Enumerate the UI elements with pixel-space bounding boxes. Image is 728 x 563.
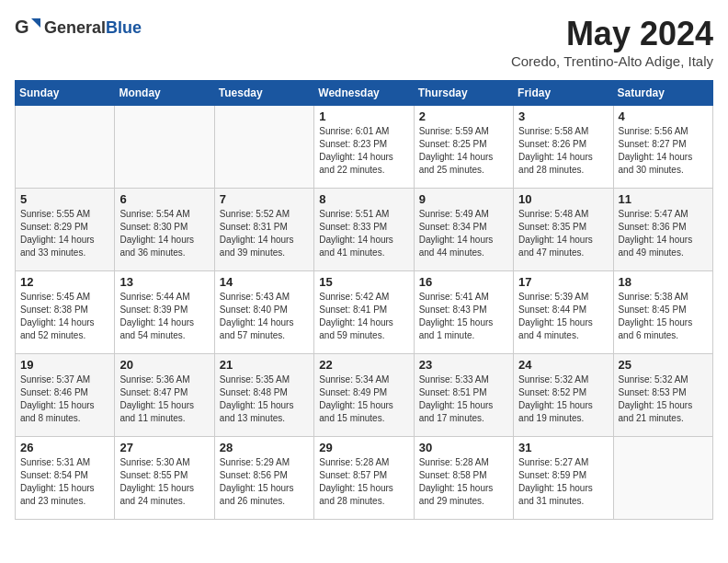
day-number: 12 — [20, 275, 109, 289]
month-year-title: May 2024 — [511, 15, 713, 53]
day-details: Sunrise: 5:42 AMSunset: 8:41 PMDaylight:… — [319, 291, 408, 342]
logo-blue-text: Blue — [106, 18, 142, 37]
day-number: 22 — [319, 358, 408, 372]
calendar-table: SundayMondayTuesdayWednesdayThursdayFrid… — [15, 80, 713, 520]
day-number: 6 — [119, 192, 209, 206]
calendar-week-row: 26Sunrise: 5:31 AMSunset: 8:54 PMDayligh… — [16, 437, 713, 520]
day-number: 23 — [419, 358, 508, 372]
calendar-cell: 4Sunrise: 5:56 AMSunset: 8:27 PMDaylight… — [613, 106, 712, 189]
day-number: 5 — [20, 192, 109, 206]
day-number: 31 — [518, 441, 608, 454]
day-number: 21 — [220, 358, 309, 372]
header: G GeneralBlue May 2024 Coredo, Trentino-… — [15, 15, 713, 69]
day-details: Sunrise: 5:32 AMSunset: 8:52 PMDaylight:… — [518, 373, 608, 425]
calendar-cell: 21Sunrise: 5:35 AMSunset: 8:48 PMDayligh… — [214, 354, 313, 437]
day-details: Sunrise: 5:34 AMSunset: 8:49 PMDaylight:… — [319, 373, 408, 425]
column-header-thursday: Thursday — [414, 81, 513, 106]
day-number: 24 — [518, 358, 608, 372]
day-number: 11 — [619, 192, 708, 206]
day-number: 15 — [319, 275, 408, 289]
day-details: Sunrise: 5:43 AMSunset: 8:40 PMDaylight:… — [220, 291, 309, 342]
calendar-cell: 1Sunrise: 6:01 AMSunset: 8:23 PMDaylight… — [314, 106, 414, 189]
day-details: Sunrise: 5:28 AMSunset: 8:57 PMDaylight:… — [319, 456, 408, 508]
calendar-cell: 26Sunrise: 5:31 AMSunset: 8:54 PMDayligh… — [16, 437, 115, 520]
day-details: Sunrise: 5:45 AMSunset: 8:38 PMDaylight:… — [20, 291, 109, 342]
calendar-cell: 20Sunrise: 5:36 AMSunset: 8:47 PMDayligh… — [115, 354, 214, 437]
day-details: Sunrise: 6:01 AMSunset: 8:23 PMDaylight:… — [319, 125, 408, 177]
day-number: 4 — [619, 109, 708, 123]
day-details: Sunrise: 5:37 AMSunset: 8:46 PMDaylight:… — [20, 373, 109, 425]
day-details: Sunrise: 5:51 AMSunset: 8:33 PMDaylight:… — [319, 208, 408, 259]
day-details: Sunrise: 5:56 AMSunset: 8:27 PMDaylight:… — [619, 125, 708, 177]
day-number: 18 — [619, 275, 708, 289]
calendar-cell: 22Sunrise: 5:34 AMSunset: 8:49 PMDayligh… — [314, 354, 414, 437]
logo-icon: G — [15, 15, 40, 40]
column-header-monday: Monday — [115, 81, 214, 106]
day-details: Sunrise: 5:31 AMSunset: 8:54 PMDaylight:… — [20, 456, 109, 508]
calendar-cell: 5Sunrise: 5:55 AMSunset: 8:29 PMDaylight… — [16, 189, 115, 271]
calendar-cell: 29Sunrise: 5:28 AMSunset: 8:57 PMDayligh… — [314, 437, 414, 520]
calendar-cell: 10Sunrise: 5:48 AMSunset: 8:35 PMDayligh… — [514, 189, 613, 271]
day-details: Sunrise: 5:58 AMSunset: 8:26 PMDaylight:… — [518, 125, 608, 177]
calendar-cell: 19Sunrise: 5:37 AMSunset: 8:46 PMDayligh… — [16, 354, 115, 437]
calendar-cell: 11Sunrise: 5:47 AMSunset: 8:36 PMDayligh… — [613, 189, 712, 271]
calendar-cell: 18Sunrise: 5:38 AMSunset: 8:45 PMDayligh… — [613, 271, 712, 354]
calendar-cell: 28Sunrise: 5:29 AMSunset: 8:56 PMDayligh… — [214, 437, 313, 520]
calendar-cell — [115, 106, 214, 189]
column-header-wednesday: Wednesday — [314, 81, 414, 106]
svg-marker-1 — [31, 18, 40, 28]
logo-general-text: General — [44, 18, 106, 37]
day-details: Sunrise: 5:32 AMSunset: 8:53 PMDaylight:… — [619, 373, 708, 425]
day-number: 19 — [20, 358, 109, 372]
calendar-cell: 27Sunrise: 5:30 AMSunset: 8:55 PMDayligh… — [115, 437, 214, 520]
day-number: 20 — [119, 358, 209, 372]
day-number: 8 — [319, 192, 408, 206]
column-header-sunday: Sunday — [16, 81, 115, 106]
calendar-cell: 17Sunrise: 5:39 AMSunset: 8:44 PMDayligh… — [514, 271, 613, 354]
day-details: Sunrise: 5:33 AMSunset: 8:51 PMDaylight:… — [419, 373, 508, 425]
day-details: Sunrise: 5:30 AMSunset: 8:55 PMDaylight:… — [119, 456, 209, 508]
day-number: 17 — [518, 275, 608, 289]
calendar-cell — [16, 106, 115, 189]
day-details: Sunrise: 5:54 AMSunset: 8:30 PMDaylight:… — [119, 208, 209, 259]
day-number: 25 — [619, 358, 708, 372]
day-details: Sunrise: 5:52 AMSunset: 8:31 PMDaylight:… — [220, 208, 309, 259]
title-block: May 2024 Coredo, Trentino-Alto Adige, It… — [511, 15, 713, 69]
day-number: 9 — [419, 192, 508, 206]
column-header-tuesday: Tuesday — [214, 81, 313, 106]
calendar-cell: 15Sunrise: 5:42 AMSunset: 8:41 PMDayligh… — [314, 271, 414, 354]
day-number: 28 — [220, 441, 309, 454]
day-number: 3 — [518, 109, 608, 123]
day-number: 27 — [119, 441, 209, 454]
calendar-cell: 12Sunrise: 5:45 AMSunset: 8:38 PMDayligh… — [16, 271, 115, 354]
day-details: Sunrise: 5:47 AMSunset: 8:36 PMDaylight:… — [619, 208, 708, 259]
calendar-cell: 23Sunrise: 5:33 AMSunset: 8:51 PMDayligh… — [414, 354, 513, 437]
day-details: Sunrise: 5:29 AMSunset: 8:56 PMDaylight:… — [220, 456, 309, 508]
calendar-week-row: 12Sunrise: 5:45 AMSunset: 8:38 PMDayligh… — [16, 271, 713, 354]
calendar-cell: 3Sunrise: 5:58 AMSunset: 8:26 PMDaylight… — [514, 106, 613, 189]
day-number: 30 — [419, 441, 508, 454]
day-number: 16 — [419, 275, 508, 289]
calendar-week-row: 19Sunrise: 5:37 AMSunset: 8:46 PMDayligh… — [16, 354, 713, 437]
day-details: Sunrise: 5:38 AMSunset: 8:45 PMDaylight:… — [619, 291, 708, 342]
calendar-cell: 9Sunrise: 5:49 AMSunset: 8:34 PMDaylight… — [414, 189, 513, 271]
calendar-cell: 6Sunrise: 5:54 AMSunset: 8:30 PMDaylight… — [115, 189, 214, 271]
calendar-cell: 25Sunrise: 5:32 AMSunset: 8:53 PMDayligh… — [613, 354, 712, 437]
calendar-week-row: 1Sunrise: 6:01 AMSunset: 8:23 PMDaylight… — [16, 106, 713, 189]
day-details: Sunrise: 5:49 AMSunset: 8:34 PMDaylight:… — [419, 208, 508, 259]
calendar-cell: 24Sunrise: 5:32 AMSunset: 8:52 PMDayligh… — [514, 354, 613, 437]
calendar-week-row: 5Sunrise: 5:55 AMSunset: 8:29 PMDaylight… — [16, 189, 713, 271]
logo: G GeneralBlue — [15, 15, 142, 40]
day-details: Sunrise: 5:55 AMSunset: 8:29 PMDaylight:… — [20, 208, 109, 259]
day-details: Sunrise: 5:36 AMSunset: 8:47 PMDaylight:… — [119, 373, 209, 425]
calendar-cell: 2Sunrise: 5:59 AMSunset: 8:25 PMDaylight… — [414, 106, 513, 189]
day-number: 1 — [319, 109, 408, 123]
calendar-cell: 14Sunrise: 5:43 AMSunset: 8:40 PMDayligh… — [214, 271, 313, 354]
location-subtitle: Coredo, Trentino-Alto Adige, Italy — [511, 53, 713, 69]
calendar-cell: 7Sunrise: 5:52 AMSunset: 8:31 PMDaylight… — [214, 189, 313, 271]
svg-text:G: G — [15, 17, 29, 37]
calendar-cell: 16Sunrise: 5:41 AMSunset: 8:43 PMDayligh… — [414, 271, 513, 354]
calendar-header-row: SundayMondayTuesdayWednesdayThursdayFrid… — [16, 81, 713, 106]
day-details: Sunrise: 5:44 AMSunset: 8:39 PMDaylight:… — [119, 291, 209, 342]
day-details: Sunrise: 5:48 AMSunset: 8:35 PMDaylight:… — [518, 208, 608, 259]
